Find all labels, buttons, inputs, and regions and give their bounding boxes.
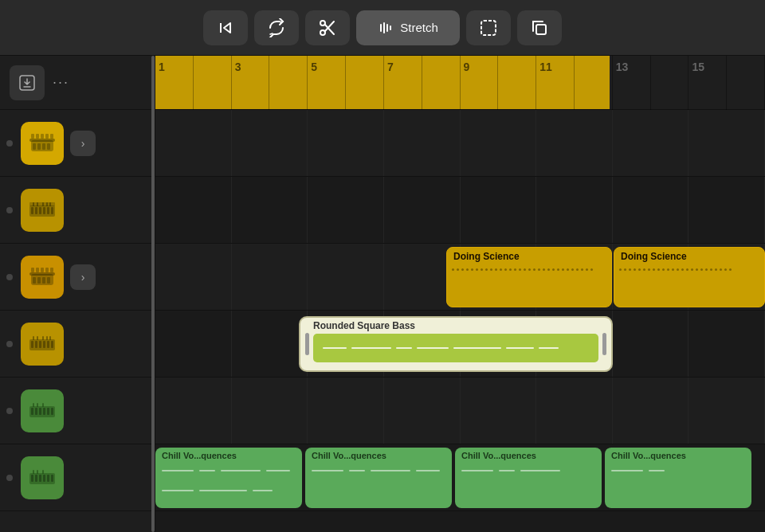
svg-rect-14 [47,143,50,150]
track-row-6 [0,444,155,511]
ruler-numbers: 1 3 5 7 9 11 13 15 [155,56,765,110]
ruler: 1 3 5 7 9 11 13 15 [155,56,765,110]
lane-cell [232,110,308,176]
svg-rect-34 [29,272,55,276]
svg-rect-37 [42,277,45,284]
clip-handle-right[interactable] [602,333,606,355]
track-icon-4 [21,323,64,366]
clip-chill-4[interactable]: Chill Vo...quences [605,448,751,508]
stretch-button[interactable]: Stretch [356,10,460,45]
track-expand-arrow-1[interactable]: › [70,131,96,156]
svg-rect-4 [386,24,388,32]
svg-rect-58 [35,408,37,415]
svg-rect-72 [51,475,53,482]
svg-rect-67 [31,475,33,482]
clip-title-doing-science-2: Doing Science [614,248,764,265]
ruler-cell-6 [346,56,384,110]
lane-cell [155,177,232,243]
tracks-content: Doing Science [155,110,765,532]
svg-rect-36 [37,277,41,284]
svg-rect-15 [31,134,34,139]
wave-segment [539,347,559,349]
svg-rect-16 [36,134,39,139]
svg-rect-18 [45,134,49,139]
svg-rect-38 [47,277,50,284]
clip-doing-science-1[interactable]: Doing Science [446,247,612,307]
track-row-5 [0,377,155,444]
svg-rect-65 [42,403,44,407]
svg-rect-51 [33,336,34,340]
track-icon-1 [21,122,64,165]
svg-rect-29 [37,202,38,206]
svg-rect-60 [43,408,45,415]
svg-rect-63 [33,403,34,407]
lane-cell [155,110,232,176]
lane-cell [155,311,232,377]
track-icon-5 [21,389,64,432]
track-expand-arrow-3[interactable]: › [70,264,96,290]
clip-chill-2[interactable]: Chill Vo...quences [305,448,452,508]
ruler-cell-14 [651,56,689,110]
lane-cell [232,377,308,444]
svg-rect-54 [46,336,48,340]
wave-segment [453,347,501,349]
svg-rect-57 [31,408,33,415]
ruler-cell-8 [422,56,461,110]
svg-rect-22 [31,207,33,214]
lane-cell [536,177,613,243]
toolbar: Stretch [0,0,765,56]
svg-rect-74 [37,470,38,474]
scroll-bar[interactable] [151,56,155,532]
ruler-cell-13: 13 [613,56,651,110]
copy-button[interactable] [517,10,562,45]
svg-rect-24 [39,207,41,214]
svg-rect-28 [33,202,34,206]
ruler-cell-4 [269,56,308,110]
scissors-button[interactable] [305,10,350,45]
svg-rect-30 [42,202,44,206]
left-header: ··· [0,56,155,110]
wave-segment [396,347,412,349]
ruler-cell-2 [194,56,232,110]
clip-handle-left[interactable] [305,333,309,355]
lane-cell [384,177,461,243]
track-row-3: › [0,244,155,311]
track-dot-1 [6,140,13,147]
svg-rect-40 [36,268,39,272]
more-options-button[interactable]: ··· [53,74,69,91]
svg-rect-50 [51,341,53,348]
select-button[interactable] [466,10,511,45]
track-lane-1 [155,110,765,177]
lane-cell [384,377,461,444]
clip-chill-3[interactable]: Chill Vo...quences [455,448,602,508]
svg-rect-46 [35,341,37,348]
track-icon-2 [21,189,64,232]
svg-rect-27 [51,207,53,214]
clip-title-chill-3: Chill Vo...quences [455,448,602,464]
clip-chill-1[interactable]: Chill Vo...quences [155,448,302,508]
ruler-cell-5: 5 [308,56,346,110]
lane-cell [461,110,537,176]
track-row-2 [0,177,155,244]
lane-grid-2 [155,177,765,243]
clip-rounded-square-bass[interactable]: Rounded Square Bass [299,316,613,372]
svg-rect-35 [33,277,36,284]
wave-segment [417,347,449,349]
lane-cell [688,311,765,377]
ruler-cell-16 [727,56,765,110]
lane-cell [308,377,384,444]
track-lane-2 [155,177,765,244]
svg-rect-73 [33,470,34,474]
svg-rect-32 [49,202,51,206]
skip-back-button[interactable] [203,10,248,45]
loop-button[interactable] [254,10,299,45]
lane-cell [688,177,765,243]
svg-rect-55 [49,336,51,340]
track-row-4 [0,311,155,377]
svg-rect-10 [29,139,55,142]
svg-rect-13 [42,143,45,150]
clip-doing-science-2[interactable]: Doing Science [614,247,765,307]
ruler-cell-3: 3 [232,56,270,110]
track-dot-6 [6,475,13,481]
track-row-1: › [0,110,155,177]
